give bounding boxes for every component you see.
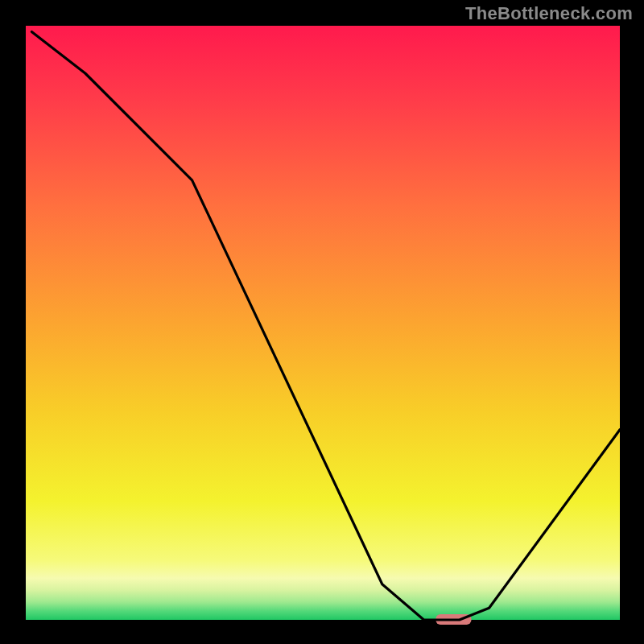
- gradient-background: [26, 26, 620, 620]
- chart-frame: TheBottleneck.com: [0, 0, 644, 644]
- bottleneck-chart: [0, 0, 644, 644]
